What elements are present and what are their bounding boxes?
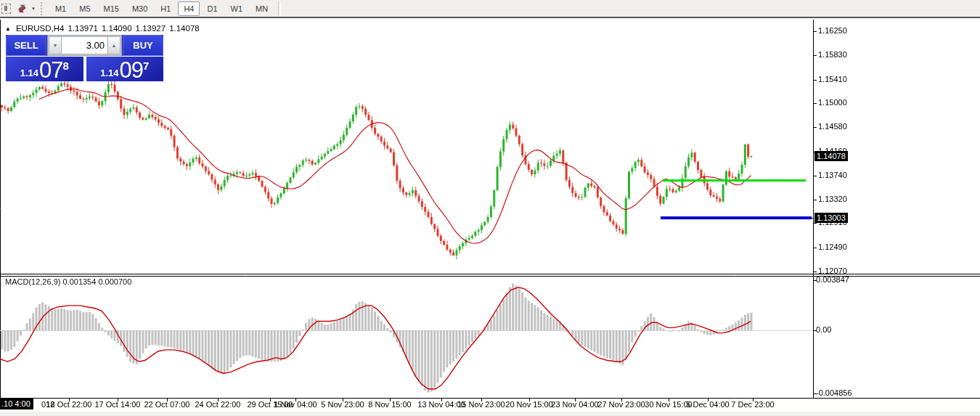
edit-tool-glyph [1, 4, 11, 14]
macd-axis-label: 0.00 [816, 325, 831, 334]
time-axis-label: 5 Nov 23:00 [321, 400, 364, 409]
sell-price-prefix: 1.14 [20, 68, 38, 78]
price-axis-label: 1.13320 [818, 195, 847, 203]
price-axis-label: 1.14580 [818, 122, 847, 131]
volume-input[interactable] [62, 36, 107, 54]
time-axis-label: 27 Nov 23:00 [597, 400, 645, 409]
timeframe-m5[interactable]: M5 [73, 1, 96, 16]
ohlc-low: 1.13927 [136, 24, 166, 33]
timeframe-m30[interactable]: M30 [126, 1, 153, 16]
edit-tool-icon[interactable] [1, 3, 14, 15]
time-axis-label: 1 Nov 04:00 [274, 400, 317, 409]
timeframe-group: M1M5M15M30H1H4D1W1MN [49, 1, 274, 16]
timeframe-h1[interactable]: H1 [155, 1, 176, 16]
collapse-icon[interactable]: ▲ [5, 25, 11, 32]
symbol-period-label: EURUSD,H4 [16, 24, 64, 33]
price-axis-label: 1.13740 [818, 171, 847, 179]
toolbar-grip [41, 2, 44, 15]
volume-increase-button[interactable]: ▲ [107, 36, 121, 54]
time-axis-label: 5 Dec 04:00 [686, 400, 729, 409]
time-cursor-badge: .10 4:00 [0, 399, 33, 409]
price-axis-label: 1.12490 [818, 242, 847, 251]
time-axis-label: 7 Dec 23:00 [731, 400, 774, 409]
sell-button[interactable]: SELL [6, 35, 46, 56]
arrange-arrows-glyph [17, 4, 27, 13]
ohlc-open: 1.13971 [68, 24, 98, 33]
time-axis-label: 23 Nov 04:00 [551, 400, 598, 409]
chart-header: ▲ EURUSD,H4 1.13971 1.14090 1.13927 1.14… [5, 24, 200, 33]
price-axis-label: 1.15410 [818, 75, 847, 83]
macd-axis-label: -0.004856 [816, 388, 852, 397]
time-axis-label: 12 Oct 22:00 [46, 400, 92, 409]
trade-panel-price-row: 1.14 07 8 1.14 09 7 [6, 57, 163, 81]
toolbar-dropdown-caret[interactable]: ▼ [29, 7, 38, 11]
buy-price-pip: 7 [143, 60, 149, 72]
time-axis-label: 30 Nov 15:00 [645, 400, 692, 409]
buy-button[interactable]: BUY [123, 35, 163, 56]
mt4-window: ▼ M1M5M15M30H1H4D1W1MN ▲ EURUSD,H4 1.139… [0, 0, 980, 416]
timeframe-h4[interactable]: H4 [178, 1, 200, 16]
sell-price-big: 07 [39, 60, 62, 81]
timeframe-m1[interactable]: M1 [49, 1, 72, 16]
toolbar: ▼ M1M5M15M30H1H4D1W1MN [0, 0, 980, 18]
volume-decrease-button[interactable]: ▼ [49, 36, 62, 54]
ohlc-high: 1.14090 [102, 24, 132, 33]
one-click-trading-panel: SELL ▼ ▲ BUY 1.14 07 8 1.14 09 7 [6, 35, 163, 81]
buy-price-box[interactable]: 1.14 09 7 [86, 57, 164, 81]
ohlc-close: 1.14078 [169, 24, 200, 33]
volume-control: ▼ ▲ [47, 35, 122, 56]
time-axis-label: 17 Oct 14:00 [95, 400, 141, 409]
price-axis-label: 1.15000 [818, 98, 847, 107]
toolbar-separator [278, 1, 281, 16]
time-axis-label: 8 Nov 15:00 [368, 400, 411, 409]
arrange-arrows-icon[interactable] [15, 3, 28, 15]
trade-panel-top-row: SELL ▼ ▲ BUY [6, 35, 163, 56]
buy-price-big: 09 [119, 60, 142, 81]
timeframe-w1[interactable]: W1 [225, 1, 249, 16]
price-axis-label: 1.16250 [818, 26, 847, 35]
window-bottom-strip [0, 412, 980, 416]
price-axis-label: 1.15830 [818, 50, 847, 59]
buy-price-prefix: 1.14 [100, 68, 118, 78]
time-axis-label: 20 Nov 15:00 [505, 400, 552, 409]
timeframe-mn[interactable]: MN [250, 1, 274, 16]
price-badge: 1.13003 [814, 213, 848, 223]
price-axis-label: 1.12070 [818, 266, 847, 275]
sell-price-box[interactable]: 1.14 07 8 [6, 57, 83, 81]
macd-axis-label: 0.003847 [816, 275, 849, 284]
time-axis-label: 15 Nov 23:00 [457, 400, 505, 409]
sell-price-pip: 8 [62, 60, 68, 72]
timeframe-d1[interactable]: D1 [201, 1, 223, 16]
price-badge: 1.14078 [814, 151, 848, 161]
timeframe-m15[interactable]: M15 [98, 1, 125, 16]
macd-indicator-label: MACD(12,26,9) 0.001354 0.000700 [5, 277, 131, 286]
time-axis-label: 24 Oct 22:00 [195, 400, 241, 409]
time-axis-label: 22 Oct 07:00 [144, 400, 190, 409]
